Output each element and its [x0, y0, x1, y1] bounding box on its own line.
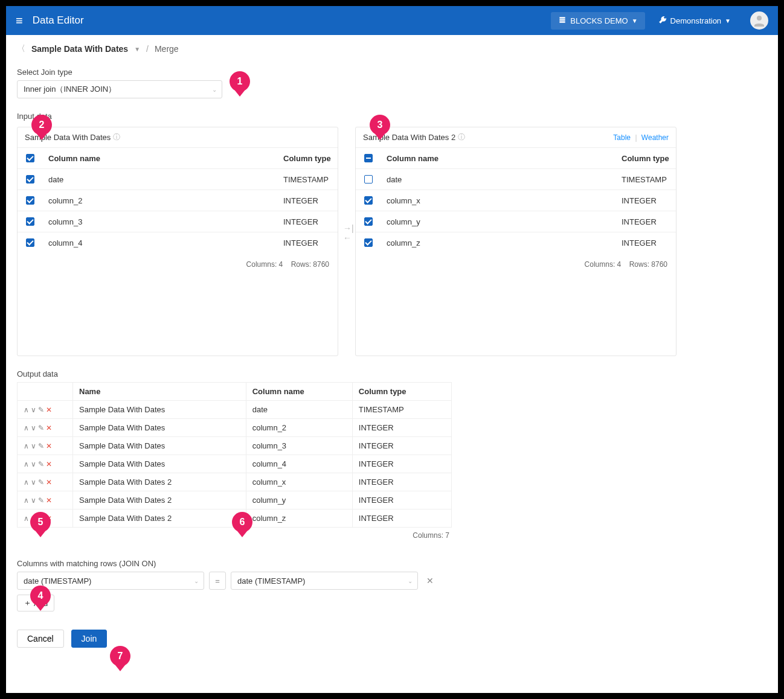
column-type: INTEGER [615, 232, 676, 254]
column-checkbox[interactable] [364, 196, 373, 205]
column-type: INTEGER [615, 190, 676, 211]
delete-icon[interactable]: ✕ [46, 442, 52, 450]
column-type: INTEGER [615, 211, 676, 232]
column-checkbox[interactable] [364, 217, 373, 226]
out-source-name: Sample Data With Dates [73, 455, 246, 473]
column-checkbox[interactable] [26, 217, 34, 226]
demonstration-chip[interactable]: Demonstration ▼ [651, 12, 738, 30]
breadcrumb-dataset[interactable]: Sample Data With Dates [31, 44, 128, 54]
column-checkbox[interactable] [26, 175, 34, 184]
table-row: column_4INTEGER [18, 232, 338, 254]
column-checkbox[interactable] [26, 196, 34, 205]
left-col-header-name: Column name [42, 148, 277, 169]
move-down-icon[interactable]: ∨ [31, 514, 36, 523]
out-source-name: Sample Data With Dates 2 [73, 473, 246, 491]
out-col-name: column_2 [246, 419, 352, 437]
join-on-equals: = [209, 572, 226, 590]
avatar[interactable] [750, 11, 768, 30]
edit-icon[interactable]: ✎ [38, 424, 44, 432]
delete-icon[interactable]: ✕ [46, 406, 52, 414]
table-row: column_2INTEGER [18, 190, 338, 211]
edit-icon[interactable]: ✎ [38, 478, 44, 487]
column-checkbox[interactable] [26, 238, 34, 247]
out-h-colname: Column name [246, 383, 352, 401]
move-down-icon[interactable]: ∨ [31, 460, 36, 468]
right-select-all-checkbox[interactable] [364, 154, 373, 162]
caret-down-icon: ⌄ [212, 86, 217, 93]
remove-join-condition-icon[interactable]: ✕ [426, 576, 434, 586]
left-foot-cols: Columns: 4 [246, 260, 283, 269]
column-type: INTEGER [277, 232, 338, 254]
move-down-icon[interactable]: ∨ [31, 406, 36, 414]
left-select-all-checkbox[interactable] [26, 154, 34, 162]
out-col-name: column_y [246, 491, 352, 509]
edit-icon[interactable]: ✎ [38, 514, 44, 523]
cancel-button[interactable]: Cancel [17, 630, 64, 648]
link-weather[interactable]: Weather [641, 133, 669, 142]
project-chip[interactable]: BLOCKS DEMO ▼ [551, 12, 644, 30]
plus-icon: ＋ [24, 598, 31, 608]
move-up-icon[interactable]: ∧ [24, 424, 29, 432]
caret-down-icon: ⌄ [408, 578, 413, 584]
join-type-label: Select Join type [17, 68, 767, 77]
out-col-name: date [246, 401, 352, 419]
move-down-icon[interactable]: ∨ [31, 424, 36, 432]
out-col-name: column_z [246, 509, 352, 528]
column-name: date [381, 169, 615, 190]
join-on-right-select[interactable]: date (TIMESTAMP) ⌄ [231, 572, 418, 590]
out-h-coltype: Column type [352, 383, 451, 401]
link-table[interactable]: Table [613, 133, 631, 142]
move-up-icon[interactable]: ∧ [24, 460, 29, 468]
move-down-icon[interactable]: ∨ [31, 496, 36, 505]
caret-down-icon[interactable]: ▼ [134, 46, 140, 53]
delete-icon[interactable]: ✕ [46, 424, 52, 432]
input-data-label: Input data [17, 112, 767, 121]
back-icon[interactable]: 〈 [17, 43, 25, 54]
column-checkbox[interactable] [364, 238, 373, 247]
delete-icon[interactable]: ✕ [46, 460, 52, 468]
move-up-icon[interactable]: ∧ [24, 442, 29, 450]
info-icon[interactable]: ⓘ [113, 132, 120, 142]
move-up-icon[interactable]: ∧ [24, 514, 29, 523]
column-checkbox[interactable] [364, 175, 373, 184]
edit-icon[interactable]: ✎ [38, 406, 44, 414]
edit-icon[interactable]: ✎ [38, 496, 44, 505]
add-join-condition-button[interactable]: ＋ Add [17, 595, 54, 611]
out-col-name: column_3 [246, 437, 352, 455]
column-name: column_2 [42, 190, 277, 211]
info-icon[interactable]: ⓘ [458, 132, 465, 142]
column-name: column_4 [42, 232, 277, 254]
delete-icon[interactable]: ✕ [46, 496, 52, 505]
table-row: ∧∨✎✕Sample Data With Dates 2column_xINTE… [18, 473, 452, 491]
right-col-header-type: Column type [615, 148, 676, 169]
breadcrumb: 〈 Sample Data With Dates ▼ / Merge [6, 35, 778, 63]
column-name: column_x [381, 190, 615, 211]
table-row: column_zINTEGER [356, 232, 676, 254]
breadcrumb-separator: / [146, 44, 149, 54]
table-row: column_yINTEGER [356, 211, 676, 232]
join-on-left-select[interactable]: date (TIMESTAMP) ⌄ [17, 572, 204, 590]
move-down-icon[interactable]: ∨ [31, 478, 36, 487]
right-panel-title: Sample Data With Dates 2 [363, 133, 455, 142]
delete-icon[interactable]: ✕ [46, 514, 52, 523]
delete-icon[interactable]: ✕ [46, 478, 52, 487]
menu-icon[interactable]: ≡ [16, 14, 23, 28]
join-button[interactable]: Join [71, 630, 108, 648]
out-source-name: Sample Data With Dates [73, 401, 246, 419]
caret-down-icon: ▼ [725, 18, 731, 24]
move-up-icon[interactable]: ∧ [24, 478, 29, 487]
move-up-icon[interactable]: ∧ [24, 496, 29, 505]
edit-icon[interactable]: ✎ [38, 442, 44, 450]
move-up-icon[interactable]: ∧ [24, 406, 29, 414]
left-panel-title: Sample Data With Dates [25, 133, 111, 142]
out-col-type: INTEGER [352, 437, 451, 455]
out-h-name: Name [73, 383, 246, 401]
edit-icon[interactable]: ✎ [38, 460, 44, 468]
out-source-name: Sample Data With Dates 2 [73, 509, 246, 528]
out-col-type: INTEGER [352, 455, 451, 473]
column-type: INTEGER [277, 211, 338, 232]
join-on-label: Columns with matching rows (JOIN ON) [17, 559, 767, 568]
out-col-type: INTEGER [352, 419, 451, 437]
join-type-select[interactable]: Inner join（INNER JOIN） ⌄ [17, 80, 222, 98]
move-down-icon[interactable]: ∨ [31, 442, 36, 450]
